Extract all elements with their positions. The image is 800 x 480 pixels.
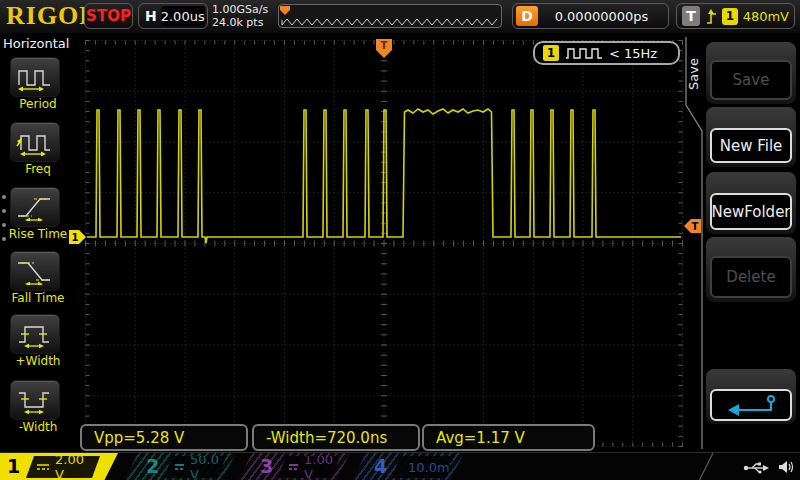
channel1-position-marker[interactable]: 1 (69, 230, 86, 244)
channel-4-scale: 10.0mV (408, 460, 459, 475)
minus-width-icon (16, 386, 54, 414)
softkey-group: Save (706, 42, 796, 104)
softkey-group: NewFolder (706, 172, 796, 234)
dc-coupling-icon (36, 462, 49, 472)
menu-page-dot (2, 209, 6, 213)
trigger-info-badge: 1 < 15Hz (533, 41, 680, 65)
delay-value: 0.00000000ps (538, 9, 665, 24)
beeper-icon (778, 460, 794, 474)
menu-tab-save[interactable]: Save (686, 58, 701, 90)
status-bar-divider (698, 453, 714, 480)
measurement-vpp: Vpp=5.28 V (80, 424, 248, 451)
measure-item-plus-width[interactable] (10, 314, 60, 354)
freq-icon (16, 128, 54, 156)
measure-item-minus-width[interactable] (10, 380, 60, 420)
measure-menu-title: Horizontal (3, 36, 69, 51)
trigger-position-marker[interactable]: T (376, 38, 392, 60)
menu-page-dot (2, 195, 6, 199)
preview-trigger-marker[interactable] (280, 6, 290, 15)
menu-tab-outline (680, 33, 704, 452)
measurement-nwidth: -Width=720.0ns (252, 424, 420, 451)
plus-width-icon (16, 320, 54, 348)
trigger-position-label: T (381, 40, 388, 51)
channel-3-number: 3 (260, 455, 273, 477)
measure-item-freq-label: Freq (0, 162, 76, 176)
timebase-value: 2.00us (161, 6, 205, 26)
pulse-train-icon (565, 47, 603, 59)
rise-time-icon (16, 193, 54, 221)
trigger-source-badge: 1 (722, 8, 738, 25)
trigger-badge[interactable]: T 1 480mV (676, 3, 795, 29)
channel-4-number: 4 (374, 455, 387, 477)
measure-item-period-label: Period (0, 97, 76, 111)
trigger-frequency-readout: < 15Hz (609, 46, 657, 61)
menu-page-dot (2, 237, 6, 241)
preview-waveform (280, 6, 500, 28)
top-status-bar: RIGOL STOP H 2.00us 1.00GSa/s 24.0k pts … (0, 0, 800, 34)
sample-rate: 1.00GSa/s (212, 3, 268, 16)
trigger-label: T (682, 6, 700, 26)
fall-time-icon (16, 257, 54, 285)
measure-item-fall-time-label: Fall Time (0, 291, 76, 305)
period-icon (16, 63, 54, 91)
memory-depth: 24.0k pts (212, 16, 268, 29)
channel-3-scale: 1.00 V (304, 452, 334, 480)
dc-coupling-icon (174, 462, 184, 472)
measure-item-minus-width-label: -Width (0, 420, 76, 434)
new-file-button[interactable]: New File (710, 128, 792, 163)
save-button: Save (710, 60, 792, 100)
channel-1-badge[interactable]: 1 2.00 V (0, 453, 120, 480)
waveform-display-grid (85, 38, 683, 450)
run-state-badge[interactable]: STOP (84, 3, 133, 29)
horizontal-label: H (145, 8, 157, 24)
measure-item-freq[interactable] (10, 122, 60, 162)
softkey-group: Delete (706, 237, 796, 302)
measure-item-rise-time[interactable] (10, 187, 60, 227)
return-button[interactable] (710, 389, 792, 421)
measure-item-period[interactable] (10, 57, 60, 97)
softkey-group: New File (706, 107, 796, 167)
measurement-avg: Avg=1.17 V (422, 424, 595, 451)
waveform-preview-bar (278, 4, 502, 28)
horizontal-timebase-badge[interactable]: H 2.00us (138, 3, 208, 29)
channel-1-scale: 2.00 V (55, 452, 94, 480)
delay-label: D (516, 6, 538, 26)
return-arrow-icon (721, 394, 781, 416)
measure-item-plus-width-label: +Width (0, 354, 76, 368)
softkey-group (706, 369, 796, 424)
usb-icon (743, 461, 770, 474)
channel-2-number: 2 (146, 455, 159, 477)
dc-coupling-icon (288, 462, 298, 472)
menu-page-dot (2, 223, 6, 227)
channel-2-badge[interactable]: 2 50.0 V (124, 453, 236, 480)
acquisition-info: 1.00GSa/s 24.0k pts (212, 3, 268, 29)
measure-item-fall-time[interactable] (10, 251, 60, 291)
trigger-level-value: 480mV (743, 9, 789, 24)
channel1-marker-label: 1 (72, 232, 79, 243)
channel-3-badge[interactable]: 3 1.00 V (238, 453, 350, 480)
delay-badge[interactable]: D 0.00000000ps (512, 3, 669, 29)
measure-item-rise-time-label: Rise Time (0, 227, 76, 241)
rising-edge-icon (705, 7, 717, 25)
channel-status-bar: 1 2.00 V 2 50.0 V 3 (0, 452, 800, 480)
oscilloscope-screen: RIGOL STOP H 2.00us 1.00GSa/s 24.0k pts … (0, 0, 800, 480)
new-folder-button[interactable]: NewFolder (710, 193, 792, 230)
trigger-info-channel-badge: 1 (543, 45, 559, 61)
channel-4-badge[interactable]: 4 10.0mV (352, 453, 464, 480)
channel-2-scale: 50.0 V (190, 452, 220, 480)
delete-button: Delete (710, 256, 792, 298)
channel-1-number: 1 (7, 455, 20, 477)
